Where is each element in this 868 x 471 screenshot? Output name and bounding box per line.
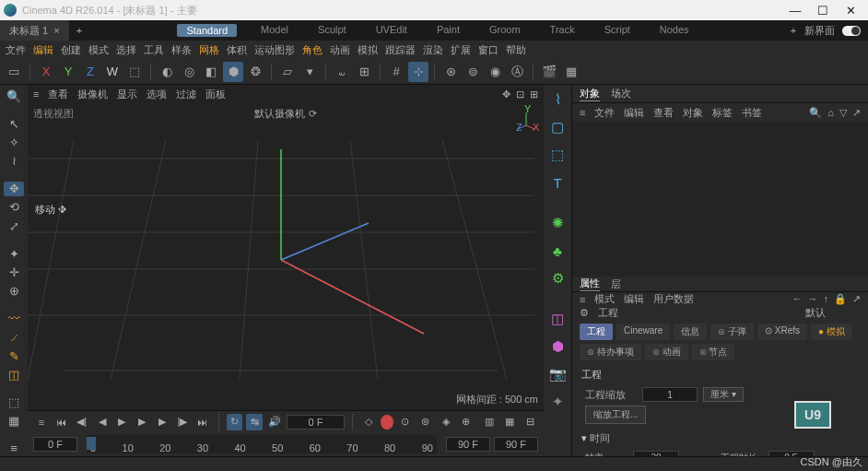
axis-w-button[interactable]: W (102, 62, 123, 82)
effector-icon[interactable]: ⚙ (546, 267, 569, 289)
scale-project-button[interactable]: 缩放工程... (585, 406, 646, 424)
layout-sculpt[interactable]: Sculpt (312, 24, 352, 37)
menu-select[interactable]: 选择 (116, 43, 136, 57)
om-filter-icon[interactable]: ▽ (839, 107, 847, 119)
next-key-icon[interactable]: |▶ (174, 414, 191, 430)
key-rot-icon[interactable]: ⊚ (417, 414, 434, 430)
cube-prim-icon[interactable]: ⬚ (546, 144, 569, 166)
menu-extensions[interactable]: 扩展 (451, 43, 471, 57)
document-tab[interactable]: 未标题 1 × (0, 20, 69, 41)
lock-view-icon[interactable]: Ⓐ (507, 62, 527, 82)
vp-options[interactable]: 选项 (147, 88, 167, 101)
menu-mode[interactable]: 模式 (88, 43, 109, 57)
layout-track[interactable]: Track (545, 24, 581, 37)
vp-display[interactable]: 显示 (117, 88, 137, 101)
play-icon[interactable]: ▶ (134, 414, 150, 430)
viewport-3d[interactable]: 透视视图 默认摄像机 ⟳ 移动 ✥ (28, 103, 544, 410)
axis-tool-icon[interactable]: ✛ (4, 265, 24, 279)
menu-mograph[interactable]: 运动图形 (254, 43, 295, 57)
om-search-icon[interactable]: 🔍 (809, 107, 822, 119)
prev-frame-icon[interactable]: ◀ (94, 414, 111, 430)
subtab-xrefs[interactable]: ⊙ XRefs (757, 324, 807, 340)
key-scale-icon[interactable]: ◈ (438, 414, 454, 430)
nav-back-icon[interactable]: ← (792, 293, 803, 305)
maximize-button[interactable]: ☐ (809, 4, 837, 18)
magnet-icon[interactable]: ⩊ (332, 62, 352, 82)
goto-end-icon[interactable]: ⏭ (194, 414, 211, 430)
goto-start-icon[interactable]: ⏮ (53, 414, 70, 430)
vp-nav1-icon[interactable]: ✥ (502, 88, 510, 100)
menu-character[interactable]: 角色 (302, 43, 323, 57)
subtab-nodes[interactable]: ⊙ 节点 (692, 344, 735, 360)
settings-tool-icon[interactable]: ≡ (4, 442, 24, 456)
vp-nav3-icon[interactable]: ⊞ (530, 88, 538, 100)
subtab-project[interactable]: 工程 (580, 324, 613, 340)
scale-unit-dropdown[interactable]: 厘米 ▾ (703, 387, 744, 402)
gear-icon[interactable]: ⚙ (580, 307, 589, 319)
poly-pen-icon[interactable]: ✎ (4, 348, 24, 363)
vp-camera[interactable]: 摄像机 (77, 88, 108, 101)
section-time[interactable]: 时间 (590, 432, 610, 443)
toggle-switch-icon[interactable] (842, 26, 861, 36)
range-end-field[interactable]: 90 F (446, 437, 490, 452)
camera-prim-icon[interactable]: 📷 (546, 363, 569, 385)
layout-script[interactable]: Script (599, 24, 636, 37)
layout-paint[interactable]: Paint (431, 24, 465, 37)
axis-x-button[interactable]: X (36, 62, 56, 82)
timeline-ruler[interactable]: 010 2030 4050 6070 8090 (87, 435, 437, 453)
lasso-icon[interactable]: ≀ (4, 154, 24, 169)
prim-poly-icon[interactable]: ◧ (201, 62, 221, 82)
layout-model[interactable]: Model (255, 24, 294, 37)
record-key-icon[interactable]: ◇ (360, 414, 377, 430)
subtab-bullet[interactable]: ⊙ 子弹 (710, 324, 754, 340)
light-prim-icon[interactable]: ✦ (546, 391, 569, 413)
om-home-icon[interactable]: ⌂ (827, 107, 834, 119)
menu-tools[interactable]: 工具 (144, 43, 164, 57)
menu-render[interactable]: 渲染 (423, 43, 443, 57)
lock-icon[interactable]: 🔒 (834, 293, 847, 305)
layout-standard[interactable]: Standard (177, 24, 237, 37)
scale-input[interactable]: 1 (642, 387, 698, 402)
grid-snap-icon[interactable]: # (386, 62, 406, 82)
nav-fwd-icon[interactable]: → (808, 293, 818, 305)
att-detach-icon[interactable]: ↗ (852, 293, 861, 305)
prim-cube-icon[interactable]: ⬢ (223, 62, 243, 82)
object-tree[interactable] (572, 122, 868, 277)
layout-uvedit[interactable]: UVEdit (370, 24, 413, 37)
close-button[interactable]: ✕ (837, 4, 864, 18)
menu-window[interactable]: 窗口 (478, 43, 499, 57)
add-layout-button[interactable]: + (782, 25, 804, 36)
scale-tool-icon[interactable]: ⤢ (4, 218, 24, 233)
brush-tool-icon[interactable]: 〰 (4, 312, 24, 326)
menu-file[interactable]: 文件 (6, 43, 26, 57)
uv-tool-icon[interactable]: ⬚ (4, 395, 24, 410)
axis-z-button[interactable]: Z (80, 62, 100, 82)
plane-icon[interactable]: ▱ (277, 62, 298, 82)
current-frame-field[interactable]: 0 F (287, 415, 345, 430)
new-ui-toggle[interactable]: 新界面 (804, 24, 868, 38)
key-pos-icon[interactable]: ⊙ (397, 414, 414, 430)
vp-filter[interactable]: 过滤 (176, 88, 196, 101)
play-back-icon[interactable]: ▶ (113, 414, 130, 430)
layout-nodes[interactable]: Nodes (654, 24, 695, 37)
tl-opt3-icon[interactable]: ⊟ (522, 414, 538, 430)
att-userdata[interactable]: 用户数据 (653, 292, 694, 306)
menu-tracker[interactable]: 跟踪器 (385, 43, 416, 57)
minimize-button[interactable]: — (781, 4, 809, 18)
subtab-anim[interactable]: ⊙ 动画 (645, 344, 688, 360)
clapper-icon[interactable]: 🎬 (539, 62, 559, 82)
vp-nav2-icon[interactable]: ⊡ (516, 88, 524, 100)
vp-view[interactable]: 查看 (48, 88, 68, 101)
render-pv-icon[interactable]: ⊚ (463, 62, 483, 82)
place-tool-icon[interactable]: ✦ (4, 246, 24, 261)
menu-simulate[interactable]: 模拟 (358, 43, 378, 57)
sound-icon[interactable]: 🔊 (266, 414, 283, 430)
new-tab-button[interactable]: + (69, 25, 89, 36)
menu-create[interactable]: 创建 (61, 43, 81, 57)
preset-dropdown[interactable]: 默认 (805, 306, 861, 320)
history-icon[interactable]: ▭ (4, 62, 24, 82)
att-mode[interactable]: 模式 (594, 292, 615, 306)
rotate-tool-icon[interactable]: ⟲ (4, 200, 24, 215)
deformer-icon[interactable]: ◫ (546, 308, 569, 330)
texture-tool-icon[interactable]: ▦ (4, 414, 24, 429)
